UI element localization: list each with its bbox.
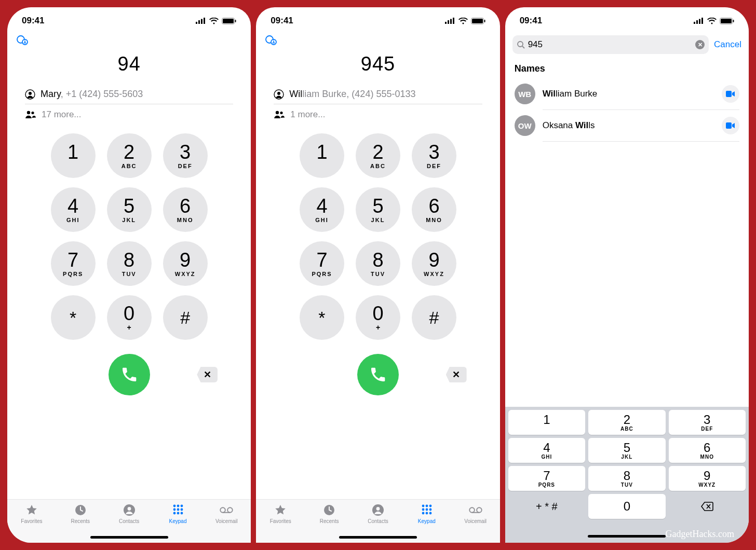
svg-point-22 <box>180 508 183 511</box>
key-8[interactable]: 8TUV <box>356 241 400 286</box>
tab-contacts[interactable]: Contacts <box>111 504 148 524</box>
result-name: Oksana Wills <box>543 120 714 131</box>
key-6[interactable]: 6MNO <box>163 187 208 232</box>
numeric-keyboard: 1 2ABC 3DEF 4GHI 5JKL 6MNO 7PQRS 8TUV 9W… <box>505 407 749 543</box>
search-result[interactable]: OW Oksana Wills <box>505 110 749 141</box>
search-result[interactable]: WB William Burke <box>505 78 749 109</box>
star-icon <box>274 504 287 516</box>
tab-recents[interactable]: Recents <box>310 504 348 524</box>
svg-point-20 <box>173 508 176 511</box>
kb-6[interactable]: 6MNO <box>669 438 746 463</box>
status-bar: 09:41 <box>256 7 500 34</box>
key-star[interactable]: * <box>300 295 344 340</box>
svg-rect-0 <box>196 22 197 24</box>
status-time: 09:41 <box>520 16 542 26</box>
kb-0[interactable]: 0 <box>588 494 665 519</box>
svg-rect-1 <box>198 20 200 24</box>
key-3[interactable]: 3DEF <box>163 133 208 178</box>
kb-1[interactable]: 1 <box>508 410 585 435</box>
cellular-icon <box>694 18 704 24</box>
kb-7[interactable]: 7PQRS <box>508 466 585 491</box>
video-call-button[interactable] <box>722 85 739 103</box>
clear-search-button[interactable]: ✕ <box>695 40 705 49</box>
backspace-button[interactable]: ✕ <box>446 367 467 382</box>
key-8[interactable]: 8TUV <box>107 241 152 286</box>
svg-point-11 <box>29 92 32 95</box>
dial-suggestion[interactable]: Mary, +1 (424) 555-5603 <box>25 85 233 104</box>
wifi-icon <box>707 18 717 24</box>
video-call-button <box>722 117 739 134</box>
key-hash[interactable]: # <box>412 295 456 340</box>
key-7[interactable]: 7PQRS <box>300 241 344 286</box>
tab-contacts[interactable]: Contacts <box>359 504 397 524</box>
video-icon <box>726 122 735 129</box>
key-9[interactable]: 9WXYZ <box>412 241 456 286</box>
key-9[interactable]: 9WXYZ <box>163 241 208 286</box>
key-4[interactable]: 4GHI <box>51 187 96 232</box>
dial-suggestion[interactable]: William Burke, (424) 555-0133 <box>274 85 482 104</box>
key-2[interactable]: 2ABC <box>356 133 400 178</box>
svg-rect-2 <box>201 19 203 24</box>
cellular-icon <box>196 18 206 24</box>
kb-5[interactable]: 5JKL <box>588 438 665 463</box>
search-field[interactable]: ✕ <box>512 35 709 54</box>
svg-rect-31 <box>450 19 452 24</box>
kb-backspace[interactable] <box>669 494 746 519</box>
kb-4[interactable]: 4GHI <box>508 438 585 463</box>
call-button[interactable] <box>357 354 399 395</box>
svg-point-54 <box>429 512 431 515</box>
tab-keypad[interactable]: Keypad <box>159 504 197 524</box>
svg-point-27 <box>228 507 233 513</box>
more-suggestions[interactable]: 17 more... <box>25 104 233 120</box>
phone-icon <box>120 366 138 383</box>
svg-point-56 <box>477 507 482 513</box>
avatar: WB <box>515 84 535 104</box>
key-star[interactable]: * <box>51 295 96 340</box>
search-input[interactable] <box>528 39 692 50</box>
cancel-button[interactable]: Cancel <box>714 39 741 50</box>
search-screen: 09:41 ✕ Cancel Names WB William Burke OW… <box>505 7 749 543</box>
key-1[interactable]: 1 <box>300 133 344 178</box>
key-5[interactable]: 5JKL <box>107 187 152 232</box>
more-suggestions[interactable]: 1 more... <box>274 104 482 120</box>
tab-keypad[interactable]: Keypad <box>408 504 446 524</box>
svg-point-55 <box>469 507 475 513</box>
call-button[interactable] <box>109 354 150 395</box>
key-0[interactable]: 0+ <box>107 295 152 340</box>
key-5[interactable]: 5JKL <box>356 187 400 232</box>
suggestion-text: William Burke, (424) 555-0133 <box>289 89 415 100</box>
kb-symbols[interactable]: + * # <box>508 494 585 519</box>
svg-rect-68 <box>726 122 732 129</box>
svg-point-25 <box>180 512 183 515</box>
svg-rect-34 <box>472 19 483 23</box>
home-indicator[interactable] <box>339 536 417 539</box>
tab-favorites[interactable]: Favorites <box>13 504 50 524</box>
key-3[interactable]: 3DEF <box>412 133 456 178</box>
svg-point-9 <box>24 40 25 42</box>
key-2[interactable]: 2ABC <box>107 133 152 178</box>
svg-point-51 <box>429 508 431 511</box>
svg-point-49 <box>422 508 424 511</box>
person-icon <box>123 504 136 516</box>
key-0[interactable]: 0+ <box>356 295 400 340</box>
tab-voicemail[interactable]: Voicemail <box>208 504 245 524</box>
home-indicator[interactable] <box>90 536 168 539</box>
kb-8[interactable]: 8TUV <box>588 466 665 491</box>
key-6[interactable]: 6MNO <box>412 187 456 232</box>
backspace-button[interactable]: ✕ <box>197 367 218 382</box>
key-7[interactable]: 7PQRS <box>51 241 96 286</box>
kb-9[interactable]: 9WXYZ <box>669 466 746 491</box>
home-indicator[interactable] <box>588 535 666 538</box>
kb-2[interactable]: 2ABC <box>588 410 665 435</box>
svg-point-17 <box>173 505 176 507</box>
key-4[interactable]: 4GHI <box>300 187 344 232</box>
kb-3[interactable]: 3DEF <box>669 410 746 435</box>
svg-rect-30 <box>448 20 449 24</box>
person-icon <box>371 504 385 516</box>
tab-recents[interactable]: Recents <box>62 504 99 524</box>
key-hash[interactable]: # <box>163 295 208 340</box>
key-1[interactable]: 1 <box>51 133 96 178</box>
svg-point-16 <box>127 507 131 511</box>
tab-favorites[interactable]: Favorites <box>262 504 299 524</box>
tab-voicemail[interactable]: Voicemail <box>457 504 494 524</box>
